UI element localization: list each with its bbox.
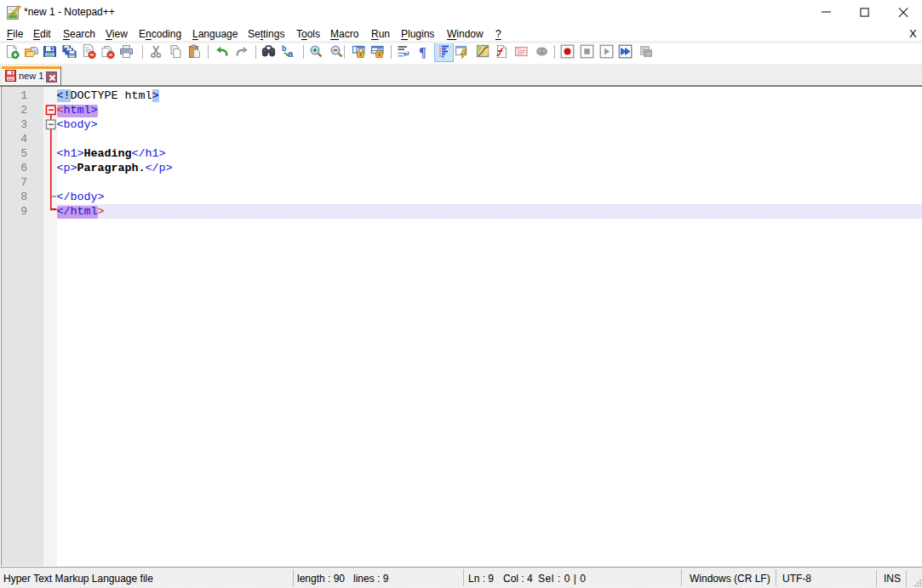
svg-text:uc: uc (646, 51, 651, 56)
svg-text:b: b (282, 44, 287, 53)
svg-text:¶: ¶ (419, 45, 427, 60)
